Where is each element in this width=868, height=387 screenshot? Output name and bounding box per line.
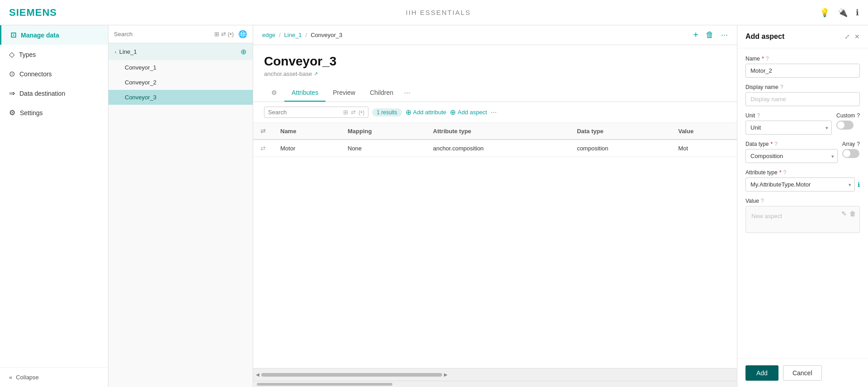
breadcrumb-actions: + 🗑 ··· <box>693 30 728 40</box>
unit-custom-row: Unit ? Unit ▾ Custom ? <box>745 112 860 135</box>
conveyor2-label: Conveyor_2 <box>125 79 156 86</box>
tree-child-conveyor3[interactable]: Conveyor_3 <box>108 90 253 105</box>
data-type-field-group: Data type * ? Composition ▾ <box>745 141 838 163</box>
search-grid-icon[interactable]: ⊞ <box>214 31 219 37</box>
conveyor3-label: Conveyor_3 <box>125 94 156 101</box>
horizontal-scrollbar[interactable]: ◀ ▶ <box>253 368 737 381</box>
expand-icon[interactable]: ⤢ <box>844 33 850 40</box>
breadcrumb-more-icon[interactable]: ··· <box>721 30 728 40</box>
display-name-input[interactable] <box>745 92 860 106</box>
breadcrumb-edge[interactable]: edge <box>262 32 275 38</box>
settings-icon: ⚙ <box>9 108 15 117</box>
col-data-type: Data type <box>570 123 671 140</box>
breadcrumb-sep-2: / <box>306 32 307 38</box>
tree-child-conveyor1[interactable]: Conveyor_1 <box>108 60 253 75</box>
data-type-select[interactable]: Composition <box>745 149 838 163</box>
attribute-type-info-icon[interactable]: ℹ <box>858 181 860 188</box>
breadcrumb-sep-1: / <box>279 32 281 38</box>
siemens-logo: SIEMENS <box>9 7 57 19</box>
attribute-type-row: My.AttributeType.Motor ▾ ℹ <box>745 177 860 191</box>
attribute-type-select-wrapper: My.AttributeType.Motor ▾ <box>745 177 855 191</box>
unit-label: Unit ? <box>745 112 832 119</box>
tree-search-input[interactable] <box>114 31 212 37</box>
breadcrumb-add-icon[interactable]: + <box>693 30 698 40</box>
attribute-type-select[interactable]: My.AttributeType.Motor <box>745 177 855 191</box>
bulb-icon[interactable]: 💡 <box>820 8 830 18</box>
topbar: SIEMENS IIH ESSENTIALS 💡 🔌 ℹ <box>0 0 868 25</box>
data-type-help-icon[interactable]: ? <box>774 141 778 147</box>
row-attribute-type: anchor.composition <box>426 140 570 157</box>
row-value: Mot <box>671 140 737 157</box>
array-help-icon[interactable]: ? <box>857 141 860 147</box>
close-panel-icon[interactable]: ✕ <box>854 33 860 40</box>
breadcrumb-line1[interactable]: Line_1 <box>284 32 302 38</box>
add-attribute-plus-icon: ⊕ <box>406 108 411 117</box>
attribute-search-input[interactable] <box>268 109 340 116</box>
add-button[interactable]: Add <box>745 365 778 381</box>
external-link-icon[interactable]: ↗ <box>314 71 318 77</box>
breadcrumb-bar: edge / Line_1 / Conveyor_3 + 🗑 ··· <box>253 25 737 45</box>
unit-help-icon[interactable]: ? <box>757 112 760 119</box>
scroll-thumb[interactable] <box>261 373 442 377</box>
search-sync-icon[interactable]: (•) <box>228 31 234 37</box>
app-title: IIH ESSENTIALS <box>406 9 471 16</box>
row-sync-icon: ⇄ <box>260 145 266 152</box>
tab-attributes[interactable]: Attributes <box>284 84 326 102</box>
name-input[interactable] <box>745 64 860 78</box>
display-name-help-icon[interactable]: ? <box>780 84 783 90</box>
tree-child-conveyor2[interactable]: Conveyor_2 <box>108 75 253 90</box>
sidebar-item-label: Settings <box>20 109 43 117</box>
value-delete-icon[interactable]: 🗑 <box>849 210 856 217</box>
name-required-star: * <box>762 56 764 62</box>
manage-data-icon: ⊡ <box>10 31 16 39</box>
tab-preview[interactable]: Preview <box>326 84 363 102</box>
sidebar-item-settings[interactable]: ⚙ Settings <box>0 103 108 122</box>
data-destination-icon: ⇒ <box>9 89 15 98</box>
add-child-icon[interactable]: ⊕ <box>241 47 246 56</box>
sidebar-item-label: Manage data <box>21 32 59 39</box>
tree-root-node[interactable]: ‹ Line_1 ⊕ <box>108 43 253 60</box>
sync-header-icon: ⇄ <box>260 127 266 135</box>
unit-select[interactable]: Unit <box>745 121 832 135</box>
custom-help-icon[interactable]: ? <box>857 112 860 119</box>
sidebar-item-types[interactable]: ◇ Types <box>0 45 108 64</box>
value-edit-icon[interactable]: ✎ <box>841 210 847 217</box>
scroll-right-icon[interactable]: ▶ <box>443 371 448 378</box>
tab-more[interactable]: ··· <box>401 84 414 102</box>
name-label: Name * ? <box>745 56 860 62</box>
name-help-icon[interactable]: ? <box>766 56 769 62</box>
scroll-left-icon[interactable]: ◀ <box>255 371 260 378</box>
col-mapping: Mapping <box>340 123 426 140</box>
custom-label: Custom ? <box>836 112 860 119</box>
attr-search-grid-icon: ⊞ <box>343 109 348 116</box>
array-toggle[interactable] <box>842 149 859 158</box>
data-type-required-star: * <box>770 141 773 147</box>
tab-gear[interactable]: ⚙ <box>264 84 284 102</box>
value-help-icon[interactable]: ? <box>761 198 764 204</box>
sidebar-item-manage-data[interactable]: ⊡ Manage data <box>0 25 108 45</box>
breadcrumb-delete-icon[interactable]: 🗑 <box>706 30 714 40</box>
panel-footer: Add Cancel <box>737 359 868 387</box>
col-name: Name <box>273 123 340 140</box>
tabs-bar: ⚙ Attributes Preview Children ··· <box>253 84 737 102</box>
attribute-type-help-icon[interactable]: ? <box>783 169 786 176</box>
main-layout: ⊡ Manage data ◇ Types ⊙ Connectors ⇒ Dat… <box>0 25 868 387</box>
secondary-scrollbar[interactable] <box>253 381 737 387</box>
search-arrow-icon[interactable]: ⇄ <box>221 31 226 37</box>
toolbar-more-icon[interactable]: ··· <box>491 108 496 117</box>
sidebar-item-connectors[interactable]: ⊙ Connectors <box>0 64 108 84</box>
sidebar-collapse[interactable]: « Collapse <box>0 367 108 387</box>
tab-children[interactable]: Children <box>363 84 401 102</box>
cancel-button[interactable]: Cancel <box>783 365 822 381</box>
plugin-icon[interactable]: 🔌 <box>838 8 848 18</box>
globe-icon[interactable]: 🌐 <box>238 30 247 38</box>
custom-toggle[interactable] <box>836 121 854 130</box>
sidebar-item-label: Data destination <box>19 90 65 97</box>
add-aspect-button[interactable]: ⊕ Add aspect <box>450 108 487 117</box>
sidebar-item-data-destination[interactable]: ⇒ Data destination <box>0 84 108 103</box>
info-icon[interactable]: ℹ <box>856 8 859 18</box>
custom-toggle-group: Custom ? <box>836 112 860 130</box>
display-name-label: Display name ? <box>745 84 860 90</box>
scroll-thumb-2[interactable] <box>257 383 392 386</box>
add-attribute-button[interactable]: ⊕ Add attribute <box>406 108 447 117</box>
